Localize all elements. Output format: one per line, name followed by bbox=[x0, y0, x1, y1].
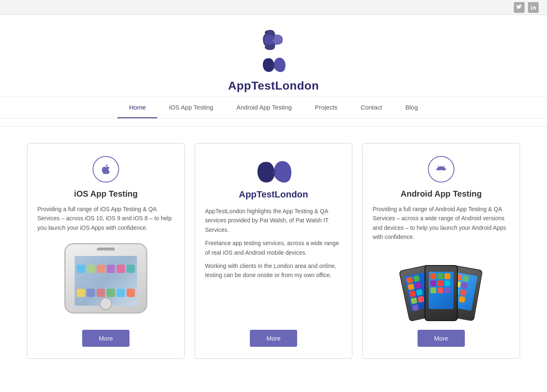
center-para1: AppTestLondon highlights the App Testing… bbox=[205, 207, 342, 234]
center-logo-title: AppTestLondon bbox=[239, 189, 308, 200]
nav-link-projects[interactable]: Projects bbox=[303, 97, 349, 117]
top-bar bbox=[0, 0, 547, 15]
android-card: Android App Testing Providing a full ran… bbox=[362, 143, 520, 359]
main-nav: Home iOS App Testing Android App Testing… bbox=[0, 97, 547, 119]
android-icon-circle bbox=[428, 156, 454, 183]
center-para2: Freelance app testing services, across a… bbox=[205, 239, 342, 257]
svg-point-0 bbox=[531, 5, 532, 6]
ios-icon-circle bbox=[93, 156, 119, 183]
android-more-button[interactable]: More bbox=[418, 330, 465, 347]
ios-card-title: iOS App Testing bbox=[74, 189, 137, 199]
twitter-icon[interactable] bbox=[514, 2, 525, 13]
android-phones-image bbox=[373, 253, 510, 323]
nav-item-android[interactable]: Android App Testing bbox=[225, 97, 303, 118]
nav-link-contact[interactable]: Contact bbox=[349, 97, 394, 117]
nav-link-android[interactable]: Android App Testing bbox=[225, 97, 303, 117]
android-card-description: Providing a full range of Android App Te… bbox=[373, 205, 510, 242]
apple-icon bbox=[100, 163, 112, 175]
nav-item-blog[interactable]: Blog bbox=[394, 97, 430, 118]
logo-title: AppTestLondon bbox=[228, 79, 319, 93]
ios-card-description: Providing a full range of iOS App Testin… bbox=[37, 205, 174, 232]
logo-graphic bbox=[257, 27, 290, 51]
linkedin-icon[interactable] bbox=[528, 2, 539, 13]
nav-link-blog[interactable]: Blog bbox=[394, 97, 430, 117]
nav-item-projects[interactable]: Projects bbox=[303, 97, 349, 118]
center-more-button[interactable]: More bbox=[250, 330, 297, 347]
center-logo: AppTestLondon bbox=[239, 156, 308, 200]
center-para3: Working with clients in the London area … bbox=[205, 261, 342, 280]
center-logo-graphic bbox=[249, 156, 298, 189]
brand-svg bbox=[257, 54, 290, 77]
android-icon bbox=[435, 163, 447, 175]
center-card: AppTestLondon AppTestLondon highlights t… bbox=[195, 143, 352, 359]
nav-item-contact[interactable]: Contact bbox=[349, 97, 394, 118]
nav-link-ios[interactable]: iOS App Testing bbox=[157, 97, 225, 117]
ios-more-button[interactable]: More bbox=[82, 330, 129, 347]
nav-link-home[interactable]: Home bbox=[117, 97, 157, 118]
main-content: iOS App Testing Providing a full range o… bbox=[0, 127, 547, 375]
nav-item-ios[interactable]: iOS App Testing bbox=[157, 97, 225, 118]
android-card-title: Android App Testing bbox=[400, 189, 482, 199]
ios-phone-image bbox=[37, 243, 174, 314]
site-header: AppTestLondon Home iOS App Testing Andro… bbox=[0, 15, 547, 126]
logo-container[interactable]: AppTestLondon bbox=[228, 27, 319, 93]
ios-card: iOS App Testing Providing a full range o… bbox=[27, 143, 185, 359]
nav-item-home[interactable]: Home bbox=[117, 97, 157, 118]
